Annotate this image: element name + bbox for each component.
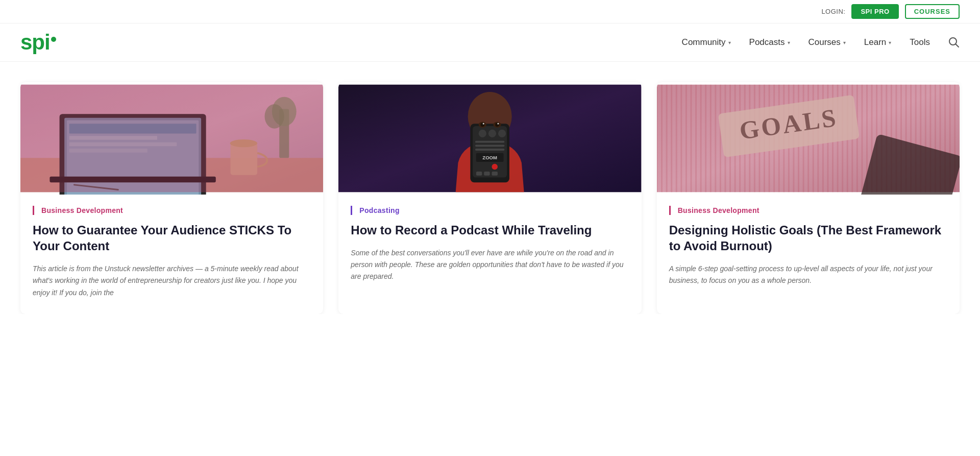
chevron-down-icon: ▾ [728, 40, 731, 45]
card-article-3[interactable]: GOALS Business Development Designing Hol… [657, 82, 960, 314]
chevron-down-icon: ▾ [889, 40, 891, 45]
chevron-down-icon: ▾ [843, 40, 846, 45]
nav-item-learn[interactable]: Learn ▾ [864, 37, 891, 47]
nav-item-community[interactable]: Community ▾ [682, 37, 731, 47]
category-border-2: Podcasting [351, 206, 629, 215]
svg-rect-33 [484, 172, 490, 176]
card-category-1: Business Development [41, 206, 123, 214]
card-article-1[interactable]: Business Development How to Guarantee Yo… [20, 82, 323, 314]
svg-text:ZOOM: ZOOM [483, 155, 498, 160]
main-navigation: spi Community ▾ Podcasts ▾ Courses ▾ Lea… [0, 23, 980, 62]
svg-point-24 [488, 130, 496, 137]
card-image-2: ZOOM [338, 82, 641, 195]
card-category-2: Podcasting [359, 206, 399, 214]
card-image-1 [20, 82, 323, 195]
card-excerpt-2: Some of the best conversations you'll ev… [351, 247, 629, 282]
category-border-1: Business Development [33, 206, 311, 215]
svg-rect-28 [475, 149, 504, 151]
site-logo[interactable]: spi [20, 32, 56, 53]
svg-rect-32 [476, 172, 482, 176]
card-body-1: Business Development How to Guarantee Yo… [20, 195, 323, 314]
svg-point-23 [479, 130, 486, 137]
svg-rect-34 [492, 172, 498, 176]
card-category-3: Business Development [678, 206, 760, 214]
card-title-2: How to Record a Podcast While Traveling [351, 222, 629, 238]
svg-point-39 [483, 123, 484, 125]
card-excerpt-1: This article is from the Unstuck newslet… [33, 263, 311, 298]
nav-item-courses[interactable]: Courses ▾ [808, 37, 846, 47]
card-image-3: GOALS [657, 82, 960, 195]
logo-dot [51, 37, 56, 42]
svg-rect-18 [20, 85, 323, 193]
card-body-2: Podcasting How to Record a Podcast While… [338, 195, 641, 298]
card-title-3: Designing Holistic Goals (The Best Frame… [669, 222, 947, 254]
svg-rect-26 [475, 141, 504, 143]
article-cards-section: Business Development How to Guarantee Yo… [0, 62, 980, 314]
courses-button[interactable]: COURSES [905, 4, 960, 19]
svg-point-40 [498, 123, 499, 125]
nav-item-podcasts[interactable]: Podcasts ▾ [749, 37, 790, 47]
chevron-down-icon: ▾ [788, 40, 790, 45]
card-body-3: Business Development Designing Holistic … [657, 195, 960, 302]
spi-pro-button[interactable]: SPI PRO [851, 4, 898, 19]
nav-item-tools[interactable]: Tools [910, 37, 930, 47]
card-article-2[interactable]: ZOOM Podcasting How to Record [338, 82, 641, 314]
card-excerpt-3: A simple 6-step goal-setting process to … [669, 263, 947, 286]
svg-rect-27 [475, 145, 504, 147]
svg-point-25 [498, 130, 506, 137]
category-border-3: Business Development [669, 206, 947, 215]
svg-point-31 [492, 164, 498, 170]
search-icon[interactable] [948, 37, 960, 48]
header-top-bar: LOGIN: SPI PRO COURSES [0, 0, 980, 23]
svg-line-1 [956, 44, 959, 47]
login-label: LOGIN: [821, 8, 845, 15]
nav-menu: Community ▾ Podcasts ▾ Courses ▾ Learn ▾… [682, 37, 960, 48]
card-title-1: How to Guarantee Your Audience STICKS To… [33, 222, 311, 254]
